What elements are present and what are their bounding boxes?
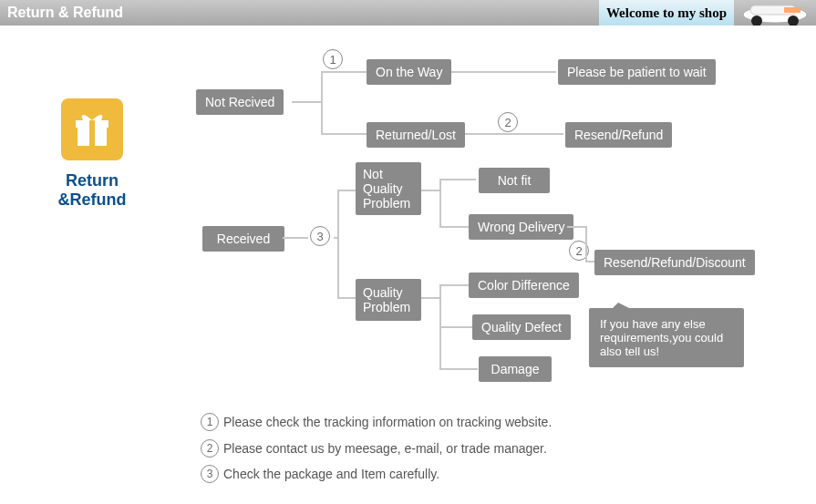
circle-3: 3 [310,226,330,246]
node-damage: Damage [479,356,552,382]
node-on-the-way: On the Way [367,59,451,85]
legend-circle-2: 2 [201,439,219,458]
sidebar-title: Return &Refund [33,171,151,210]
legend-text-2: Please contact us by meesage, e-mail, or… [223,437,547,461]
node-received: Received [202,226,284,252]
svg-rect-4 [784,7,801,13]
node-not-fit: Not fit [479,168,550,193]
legend: 1 Please check the tracking information … [201,410,552,489]
legend-row-2: 2 Please contact us by meesage, e-mail, … [201,437,552,461]
circle-1: 1 [323,49,343,69]
circle-2a: 2 [498,112,518,132]
speech-bubble: If you have any else requirements,you co… [589,308,744,367]
node-resend-refund-discount: Resend/Refund/Discount [594,250,755,275]
legend-text-3: Check the package and Item carefully. [223,462,439,487]
node-quality: Quality Problem [356,279,421,321]
legend-text-1: Please check the tracking information on… [223,410,552,435]
header-welcome: Welcome to my shop [599,0,734,26]
node-please-wait: Please be patient to wait [558,59,716,85]
legend-circle-1: 1 [201,413,219,431]
svg-rect-7 [89,120,95,146]
node-quality-defect: Quality Defect [472,314,571,340]
node-not-quality: Not Quality Problem [356,162,421,215]
legend-row-1: 1 Please check the tracking information … [201,410,552,435]
header-title: Return & Refund [0,5,123,21]
car-icon [737,0,814,26]
sidebar: Return &Refund [33,98,151,210]
node-wrong-delivery: Wrong Delivery [469,214,573,240]
legend-circle-3: 3 [201,465,219,483]
node-returned-lost: Returned/Lost [367,122,465,148]
node-resend-refund: Resend/Refund [565,122,672,148]
node-color-diff: Color Difference [469,273,579,298]
diagram-area: Return &Refund Not Recived Received On t… [0,26,816,504]
gift-icon [61,98,123,160]
node-not-received: Not Recived [196,89,284,115]
header-bar: Return & Refund Welcome to my shop [0,0,816,26]
legend-row-3: 3 Check the package and Item carefully. [201,462,552,487]
